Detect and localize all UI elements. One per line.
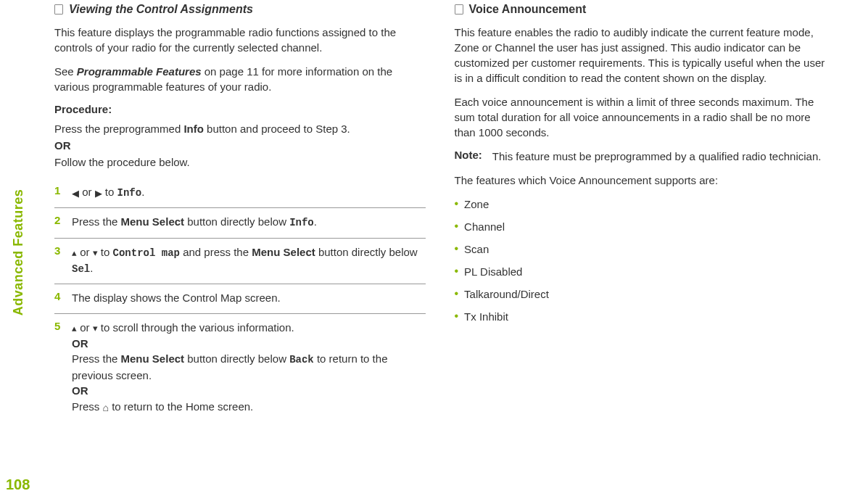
- bullet-dot-icon: •: [455, 286, 459, 300]
- s5-l3-pre: Press: [72, 400, 103, 413]
- procedure-intro: Press the preprogrammed Info button and …: [54, 121, 426, 136]
- s3-period: .: [90, 262, 93, 274]
- s3-or: or: [77, 246, 93, 258]
- step-3: 3 ▴ or ▾ to Control map and press the Me…: [54, 239, 426, 285]
- bullet-list: •Zone •Channel •Scan •PL Disabled •Talka…: [455, 197, 826, 324]
- step-num-3: 3: [54, 244, 63, 277]
- note-label: Note:: [455, 149, 482, 164]
- s3-target: Control map: [113, 247, 180, 259]
- step-body-3: ▴ or ▾ to Control map and press the Menu…: [72, 244, 426, 277]
- bullet-text: Channel: [464, 219, 505, 234]
- see-pre: See: [54, 65, 77, 78]
- s5-l2-bold: Menu Select: [121, 352, 185, 365]
- step-body-2: Press the Menu Select button directly be…: [72, 214, 426, 230]
- see-programmable: See Programmable Features on page 11 for…: [54, 64, 426, 94]
- right-p2: Each voice announcement is within a limi…: [455, 94, 826, 140]
- proc-pre: Press the preprogrammed: [54, 123, 183, 135]
- s3-bold: Menu Select: [252, 246, 315, 258]
- s1-or: or: [79, 186, 95, 198]
- proc-follow: Follow the procedure below.: [54, 154, 426, 170]
- s2-bold: Menu Select: [121, 215, 185, 228]
- book-icon: [54, 4, 63, 15]
- section-heading-right: Voice Announcement: [455, 3, 826, 16]
- s5-scroll: to scroll through the various informatio…: [98, 321, 294, 334]
- intro-paragraph: This feature displays the programmable r…: [54, 25, 426, 55]
- s1-target: Info: [117, 187, 142, 199]
- bullet-text: PL Disabled: [464, 264, 522, 279]
- bullet-dot-icon: •: [455, 309, 459, 323]
- s5-l2-pre: Press the: [72, 352, 121, 365]
- up-arrow-icon-2: ▴: [72, 323, 77, 333]
- bullet-pl-disabled: •PL Disabled: [455, 264, 826, 279]
- s5-l2-back: Back: [289, 354, 314, 365]
- bullet-scan: •Scan: [455, 241, 826, 257]
- step-num-4: 4: [54, 290, 63, 306]
- heading-control-assignments: Viewing the Control Assignments: [69, 3, 253, 16]
- bullet-zone: •Zone: [455, 197, 826, 212]
- bullet-dot-icon: •: [455, 197, 459, 210]
- up-arrow-icon: ▴: [72, 248, 77, 257]
- bullet-text: Zone: [464, 197, 489, 212]
- proc-or: OR: [54, 139, 71, 152]
- right-arrow-icon: ▶: [95, 189, 102, 198]
- proc-bold: Info: [183, 123, 204, 135]
- bullet-dot-icon: •: [455, 219, 459, 233]
- book-icon-2: [455, 4, 463, 15]
- content-area: Viewing the Control Assignments This fea…: [0, 0, 847, 504]
- step-body-1: ◀ or ▶ to Info.: [72, 184, 426, 200]
- section-heading-left: Viewing the Control Assignments: [54, 3, 426, 16]
- s5-l2-mid: button directly below: [184, 352, 289, 365]
- bullet-text: Tx Inhibit: [464, 309, 508, 324]
- page-container: Advanced Features 108 Viewing the Contro…: [0, 0, 847, 504]
- left-column: Viewing the Control Assignments This fea…: [54, 0, 426, 489]
- bullet-channel: •Channel: [455, 219, 826, 234]
- s3-to: to: [98, 246, 113, 258]
- supports-intro: The features which Voice Announcement su…: [455, 173, 826, 188]
- step-num-2: 2: [54, 214, 63, 230]
- s2-pre: Press the: [72, 215, 121, 228]
- procedure-label: Procedure:: [54, 103, 426, 115]
- bullet-dot-icon: •: [455, 241, 459, 255]
- note-text: This feature must be preprogrammed by a …: [492, 149, 825, 164]
- s5-or-line2: OR: [72, 383, 426, 399]
- proc-post: button and proceed to Step 3.: [204, 123, 350, 135]
- s3-post: button directly below: [315, 246, 418, 258]
- s2-target: Info: [289, 217, 314, 228]
- bullet-dot-icon: •: [455, 264, 459, 278]
- page-number: 108: [6, 476, 30, 493]
- heading-voice-announcement: Voice Announcement: [469, 3, 587, 16]
- see-bold: Programmable Features: [77, 65, 202, 78]
- home-icon: ⌂: [103, 400, 109, 415]
- s1-to: to: [102, 186, 117, 198]
- s5-or-line1: OR: [72, 336, 426, 352]
- s3-sel: Sel: [72, 263, 90, 275]
- right-p1: This feature enables the radio to audibl…: [455, 25, 826, 86]
- down-arrow-icon: ▾: [93, 248, 98, 257]
- s1-period: .: [141, 186, 144, 198]
- step-num-5: 5: [54, 320, 63, 415]
- s2-period: .: [314, 215, 317, 228]
- procedure-steps: 1 ◀ or ▶ to Info. 2 Press the Menu Selec…: [54, 178, 426, 422]
- s3-mid: and press the: [180, 246, 252, 258]
- step-5: 5 ▴ or ▾ to scroll through the various i…: [54, 314, 426, 422]
- s5-or: or: [77, 321, 93, 334]
- down-arrow-icon-2: ▾: [93, 323, 98, 333]
- s5-l3-post: to return to the Home screen.: [109, 400, 253, 413]
- bullet-talkaround: •Talkaround/Direct: [455, 286, 826, 302]
- step-1: 1 ◀ or ▶ to Info.: [54, 178, 426, 208]
- step-body-5: ▴ or ▾ to scroll through the various inf…: [72, 320, 426, 415]
- step-num-1: 1: [54, 184, 63, 200]
- note-row: Note: This feature must be preprogrammed…: [455, 149, 826, 164]
- bullet-text: Talkaround/Direct: [464, 286, 549, 302]
- side-section-label: Advanced Features: [11, 189, 26, 315]
- bullet-tx-inhibit: •Tx Inhibit: [455, 309, 826, 324]
- step-2: 2 Press the Menu Select button directly …: [54, 208, 426, 238]
- step-body-4: The display shows the Control Map screen…: [72, 290, 426, 306]
- left-arrow-icon: ◀: [72, 189, 79, 198]
- s2-mid: button directly below: [184, 215, 289, 228]
- step-4: 4 The display shows the Control Map scre…: [54, 284, 426, 314]
- bullet-text: Scan: [464, 241, 489, 257]
- right-column: Voice Announcement This feature enables …: [455, 0, 826, 489]
